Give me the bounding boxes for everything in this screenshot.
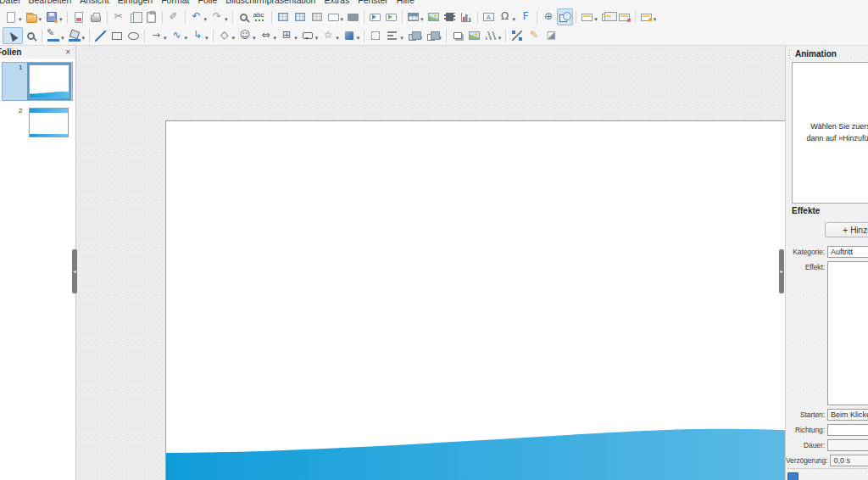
lines-and-arrows-button[interactable]: →▾ <box>147 27 169 44</box>
automatic-preview-checkbox[interactable] <box>787 472 798 480</box>
display-mode-button[interactable] <box>345 8 361 25</box>
menu-item-folie[interactable]: Folie <box>193 0 221 7</box>
start-slideshow-button[interactable] <box>367 8 383 25</box>
close-icon[interactable]: × <box>65 48 70 57</box>
3d-objects-button[interactable]: ▾ <box>341 27 362 44</box>
dropdown-caret-icon: ▾ <box>341 16 344 23</box>
fill-color-button[interactable]: ▾ <box>66 27 87 44</box>
slide-properties-button[interactable]: ▾ <box>638 8 659 25</box>
insert-line-button[interactable] <box>92 27 108 44</box>
slide-thumbnail-1[interactable] <box>29 64 70 98</box>
transformations-button[interactable] <box>367 27 384 44</box>
copy-button[interactable] <box>127 8 143 25</box>
shadow-button[interactable] <box>449 27 466 44</box>
workspace[interactable] <box>76 46 785 480</box>
stars-button[interactable]: ☆▾ <box>320 27 341 44</box>
show-draw-functions-button[interactable] <box>557 8 573 25</box>
find-replace-button[interactable] <box>236 8 252 25</box>
menu-item-extras[interactable]: Extras <box>320 0 353 7</box>
sidebar-collapse-handle[interactable]: ▸ <box>779 249 784 293</box>
insert-image-button[interactable] <box>426 8 442 25</box>
undo-arrow-icon: ↶ <box>190 10 203 24</box>
duration-input[interactable] <box>827 439 868 451</box>
new-document-button[interactable]: ▾ <box>3 8 24 25</box>
menu-item-bildschirmprsentation[interactable]: Bildschirmpräsentation <box>221 0 320 7</box>
select-button[interactable] <box>3 27 23 44</box>
menu-item-einfgen[interactable]: Einfügen <box>114 0 157 7</box>
helplines-button[interactable] <box>309 8 326 25</box>
menu-item-fenster[interactable]: Fenster <box>353 0 392 7</box>
flowchart-button[interactable]: ⊞▾ <box>278 27 299 44</box>
callouts-button[interactable]: ▾ <box>299 27 320 44</box>
menu-item-bearbeiten[interactable]: Bearbeiten <box>25 0 76 7</box>
arrange-button[interactable]: ▾ <box>405 27 425 44</box>
direction-select[interactable] <box>827 424 868 436</box>
effect-listbox-label: Effekt: <box>786 261 827 405</box>
clone-formatting-button[interactable]: ✐ <box>165 8 182 25</box>
slides-panel-collapse-handle[interactable]: ◂ <box>72 249 77 293</box>
glue-points-button[interactable]: ✎ <box>526 27 542 44</box>
symbol-shapes-button[interactable]: ☺▾ <box>236 27 258 44</box>
ellipse-button[interactable] <box>125 27 142 44</box>
cut-button[interactable]: ✂ <box>110 8 127 25</box>
undo-button[interactable]: ↶▾ <box>188 8 209 25</box>
spelling-button[interactable] <box>252 8 269 25</box>
print-button[interactable] <box>87 8 104 25</box>
line-color-button[interactable]: ▾ <box>45 27 66 44</box>
delay-input[interactable]: 0,0 s <box>830 455 868 466</box>
hyperlink-button[interactable]: ⊕ <box>540 8 557 25</box>
save-button[interactable]: ▾ <box>43 8 64 25</box>
star-icon: ☆ <box>321 29 335 42</box>
snap-to-grid-button[interactable] <box>292 8 309 25</box>
menu-item-ansicht[interactable]: Ansicht <box>75 0 113 7</box>
menu-item-datei[interactable]: Datei <box>0 0 25 7</box>
toolbar-separator <box>144 30 145 42</box>
filter-button[interactable]: ▾ <box>482 27 504 44</box>
effect-listbox[interactable] <box>827 261 868 405</box>
menu-item-format[interactable]: Format <box>157 0 193 7</box>
slide-canvas[interactable] <box>165 120 836 480</box>
toggle-extrusion-button[interactable]: ◪ <box>542 27 559 44</box>
curve-button[interactable]: ∿▾ <box>169 27 190 44</box>
block-arrows-button[interactable]: ⇔▾ <box>258 27 279 44</box>
new-document-icon <box>7 12 15 23</box>
special-character-button[interactable]: Ω▾ <box>497 8 518 25</box>
connector-button[interactable]: ↳▾ <box>189 27 210 44</box>
redo-button[interactable]: ↷▾ <box>209 8 230 25</box>
category-select[interactable]: Auftritt <box>827 246 868 258</box>
delete-slide-button[interactable] <box>616 8 632 25</box>
edit-points-button[interactable] <box>509 27 526 44</box>
basic-shapes-button[interactable]: ◇▾ <box>216 27 237 44</box>
align-objects-button[interactable]: ▾ <box>384 27 405 44</box>
crop-image-button[interactable] <box>466 27 482 44</box>
delete-slide-icon <box>619 14 630 21</box>
open-button[interactable]: ▾ <box>24 8 44 25</box>
slide-thumbnail-2[interactable] <box>29 108 69 137</box>
paste-button[interactable] <box>143 8 159 25</box>
chart-icon <box>461 13 471 22</box>
slide-number: 2 <box>19 107 22 114</box>
slide-thumbnail-row-2[interactable]: 2 <box>2 105 73 142</box>
menu-item-hilfe[interactable]: Hilfe <box>392 0 419 7</box>
display-grid-button[interactable] <box>275 8 292 25</box>
insert-textbox-button[interactable] <box>481 8 497 25</box>
distribute-button[interactable]: ▾ <box>424 27 443 44</box>
start-from-current-slide-button[interactable] <box>383 8 399 25</box>
insert-chart-button[interactable] <box>458 8 475 25</box>
new-slide-button[interactable]: ▾ <box>579 8 599 25</box>
start-select[interactable]: Beim Klicken <box>827 409 868 421</box>
clipboard-icon <box>147 12 156 23</box>
slide-thumbnail-row-1[interactable]: 1 <box>2 62 73 101</box>
insert-media-button[interactable] <box>442 8 458 25</box>
add-effect-button[interactable]: + Hinzufügen <box>825 222 868 237</box>
duplicate-slide-button[interactable] <box>599 8 616 25</box>
export-pdf-button[interactable] <box>70 8 87 25</box>
insert-table-button[interactable]: ▾ <box>405 8 426 25</box>
transform-handles-icon <box>371 31 380 40</box>
zoom-button[interactable] <box>23 27 39 44</box>
effect-listbox-row: Effekt: <box>786 261 868 405</box>
rectangle-button[interactable] <box>108 27 125 44</box>
fontwork-button[interactable]: F <box>517 8 534 25</box>
views-button[interactable]: ▾ <box>326 8 346 25</box>
panel-grip-icon[interactable] <box>788 49 792 59</box>
